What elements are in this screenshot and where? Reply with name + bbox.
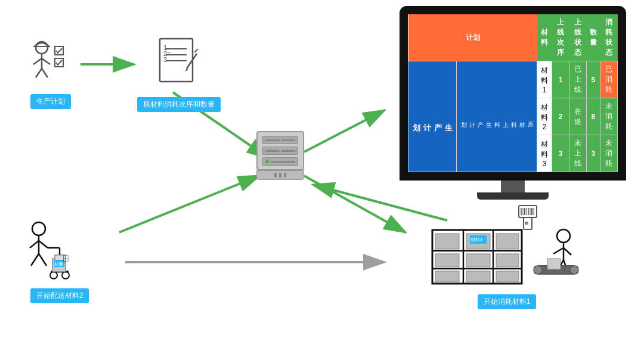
monitor-base bbox=[477, 192, 549, 200]
production-plan-icon bbox=[24, 36, 78, 89]
th-online-status: 上线状态 bbox=[569, 14, 586, 61]
server-slot-3 bbox=[262, 157, 298, 166]
td-order-2: 2 bbox=[552, 98, 569, 135]
monitor-stand bbox=[400, 181, 626, 200]
monitor-section: 计划 材料 上线次序 上线状态 数量 消耗状态 生产计划 原材料上料生产计划 材 bbox=[400, 6, 626, 200]
server-bar-3 bbox=[265, 150, 280, 152]
server-section bbox=[250, 131, 310, 180]
svg-line-5 bbox=[304, 110, 385, 152]
svg-line-33 bbox=[31, 254, 39, 266]
server-vent-2 bbox=[279, 173, 281, 178]
delivery-label: 开始配送材料2 bbox=[30, 288, 89, 303]
svg-line-7 bbox=[304, 176, 405, 232]
svg-rect-69 bbox=[466, 271, 490, 282]
server-slot-2 bbox=[262, 147, 298, 155]
worker-icon bbox=[531, 224, 584, 290]
svg-point-39 bbox=[62, 272, 69, 279]
monitor-table-wrapper: 计划 材料 上线次序 上线状态 数量 消耗状态 生产计划 原材料上料生产计划 材 bbox=[408, 14, 618, 172]
svg-line-28 bbox=[195, 49, 197, 52]
main-container: 生产计划 1- 2= 3- 原材料消耗次序和数量 bbox=[0, 0, 644, 339]
monitor-screen: 计划 材料 上线次序 上线状态 数量 消耗状态 生产计划 原材料上料生产计划 材 bbox=[400, 6, 626, 181]
server-light bbox=[265, 160, 269, 163]
svg-text:材料1: 材料1 bbox=[470, 237, 483, 242]
td-online-2: 在途 bbox=[569, 98, 586, 135]
svg-rect-66 bbox=[466, 254, 490, 267]
production-table: 计划 材料 上线次序 上线状态 数量 消耗状态 生产计划 原材料上料生产计划 材 bbox=[408, 14, 618, 172]
td-consume-3: 未消耗 bbox=[600, 135, 617, 172]
production-plan-label: 生产计划 bbox=[30, 94, 71, 109]
raw-material-label: 原材料消耗次序和数量 bbox=[137, 97, 221, 112]
th-plan: 计划 bbox=[408, 14, 537, 61]
warehouse-section: 材料1 bbox=[429, 224, 584, 309]
td-order-3: 3 bbox=[552, 135, 569, 172]
td-material-3: 材料3 bbox=[537, 135, 552, 172]
svg-point-73 bbox=[557, 229, 570, 242]
svg-line-31 bbox=[30, 241, 39, 248]
svg-rect-68 bbox=[435, 271, 459, 282]
svg-line-34 bbox=[39, 254, 47, 266]
table-row: 生产计划 原材料上料生产计划 材料1 1 已上线 5 已消耗 bbox=[408, 61, 618, 98]
monitor-neck bbox=[501, 181, 525, 192]
svg-line-16 bbox=[42, 69, 48, 77]
svg-rect-64 bbox=[496, 234, 519, 249]
svg-line-15 bbox=[36, 69, 42, 77]
warehouse-icon: 材料1 bbox=[429, 224, 525, 290]
server-vent-3 bbox=[284, 173, 286, 178]
document-icon: 1- 2= 3- bbox=[154, 36, 205, 92]
svg-point-29 bbox=[32, 222, 45, 235]
server-bottom bbox=[256, 170, 304, 180]
th-quantity: 数量 bbox=[586, 14, 600, 61]
td-order-1: 1 bbox=[552, 61, 569, 98]
svg-rect-62 bbox=[435, 234, 459, 249]
svg-rect-87 bbox=[547, 259, 561, 269]
server-body bbox=[256, 131, 304, 170]
svg-line-6 bbox=[119, 176, 259, 232]
production-plan-section: 生产计划 bbox=[24, 36, 78, 109]
server-vent-1 bbox=[274, 173, 277, 178]
th-material: 材料 bbox=[537, 14, 552, 61]
td-sub-plan: 原材料上料生产计划 bbox=[457, 61, 537, 172]
server-bar-1 bbox=[265, 139, 280, 141]
svg-line-76 bbox=[564, 248, 571, 255]
svg-point-80 bbox=[534, 266, 542, 274]
svg-text:2: 2 bbox=[60, 262, 63, 267]
td-qty-3: 3 bbox=[586, 135, 600, 172]
svg-line-13 bbox=[33, 58, 42, 64]
td-material-2: 材料2 bbox=[537, 98, 552, 135]
th-consume-status: 消耗状态 bbox=[600, 14, 617, 61]
delivery-section: 材料 2 ⌹ 开始配送材料2 bbox=[18, 218, 101, 303]
td-material-1: 材料1 bbox=[537, 61, 552, 98]
svg-line-14 bbox=[42, 58, 50, 64]
td-consume-2: 未消耗 bbox=[600, 98, 617, 135]
server-slot-1 bbox=[262, 136, 298, 144]
server-bar-5 bbox=[271, 161, 295, 163]
td-online-1: 已上线 bbox=[569, 61, 586, 98]
delivery-person-icon: 材料 2 ⌹ bbox=[18, 218, 101, 284]
server-bar-2 bbox=[281, 139, 296, 141]
td-qty-2: 8 bbox=[586, 98, 600, 135]
td-plan: 生产计划 bbox=[408, 61, 457, 172]
document-section: 1- 2= 3- 原材料消耗次序和数量 bbox=[137, 36, 221, 112]
consume-label: 开始消耗材料1 bbox=[478, 294, 537, 309]
server-bar-4 bbox=[281, 150, 296, 152]
svg-point-81 bbox=[570, 266, 578, 274]
svg-text:⌹: ⌹ bbox=[63, 253, 69, 263]
svg-text:3-: 3- bbox=[163, 56, 169, 63]
svg-rect-70 bbox=[496, 271, 519, 282]
td-qty-1: 5 bbox=[586, 61, 600, 98]
td-online-3: 未上线 bbox=[569, 135, 586, 172]
th-online-order: 上线次序 bbox=[552, 14, 569, 61]
svg-line-75 bbox=[553, 248, 564, 254]
svg-rect-67 bbox=[496, 254, 519, 267]
svg-line-32 bbox=[39, 241, 48, 248]
svg-point-38 bbox=[50, 272, 57, 279]
svg-rect-65 bbox=[435, 254, 459, 267]
td-consume-1: 已消耗 bbox=[600, 61, 617, 98]
